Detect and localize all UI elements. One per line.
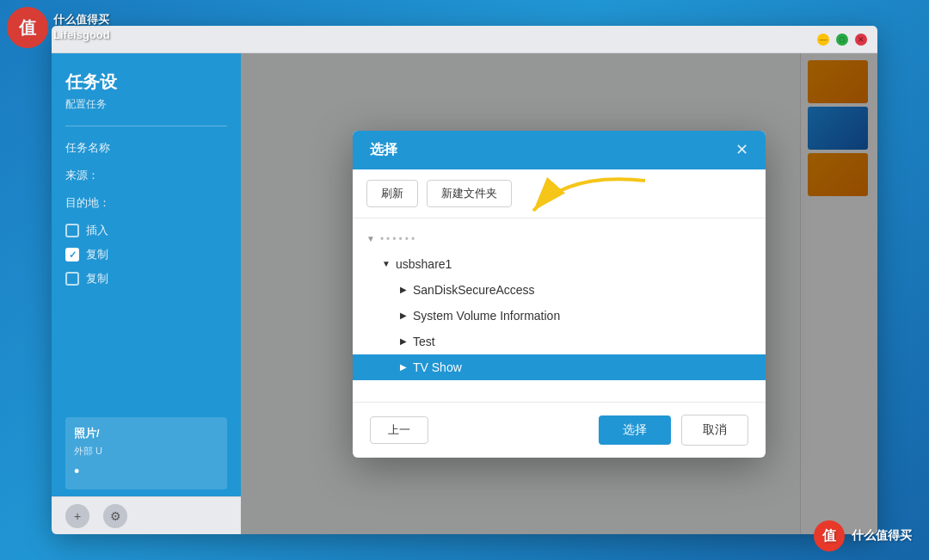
tree-root: ▼ •••••• [353,227,766,251]
sidebar-title: 任务设 [65,71,227,94]
photo-subtitle: 外部 U [74,445,218,458]
modal-overlay: 选择 ✕ 刷新 新建文件夹 ▼ •••••• [241,53,877,534]
tree-item-test[interactable]: ▶ Test [353,329,766,354]
checkbox-insert[interactable] [65,224,79,237]
checkbox-row-2: 复制 [65,247,227,262]
checkbox-row-3: 复制 [65,271,227,286]
app-window: — □ ✕ 任务设 配置任务 任务名称 来源： [52,26,877,534]
watermark-bottomright: 值 什么值得买 [814,520,912,551]
add-button[interactable]: + [65,504,89,528]
expand-arrow-sandisk: ▶ [397,284,409,296]
tree-item-sandisk[interactable]: ▶ SanDiskSecureAccess [353,277,766,303]
checkbox-copy2-label: 复制 [86,271,108,286]
checkbox-insert-label: 插入 [86,223,108,238]
expand-arrow-test: ▶ [397,335,409,348]
tree-item-tvshow[interactable]: ▶ TV Show [353,354,766,380]
expand-arrow-usbshare1: ▼ [380,258,392,270]
form-destination: 目的地： [65,195,227,211]
app-sidebar: 任务设 配置任务 任务名称 来源： 目的地： 插入 [52,53,241,534]
modal-close-button[interactable]: ✕ [735,142,748,157]
modal-title: 选择 [370,141,397,159]
destination-label: 目的地： [65,195,227,211]
file-tree: ▼ •••••• ▼ usbshare1 ▶ SanDiskSecureAcce… [353,218,766,402]
app-content: 任务设 配置任务 任务名称 来源： 目的地： 插入 [52,53,877,534]
checkbox-copy2[interactable] [65,272,79,286]
photo-dot: • [74,463,218,481]
form-source: 来源： [65,168,227,183]
tree-item-sysvolinfo[interactable]: ▶ System Volume Information [353,303,766,329]
watermark-text: 什么值得买 Lifeisgood [53,12,110,43]
watermark-icon: 值 [7,7,48,48]
checkbox-copy1-label: 复制 [86,247,108,262]
root-label: •••••• [380,233,417,245]
maximize-button[interactable]: □ [836,34,848,46]
usbshare1-label: usbshare1 [396,257,752,271]
task-name-label: 任务名称 [65,140,227,156]
source-label: 来源： [65,168,227,183]
cancel-button[interactable]: 取消 [681,415,748,446]
sidebar-form: 任务名称 来源： 目的地： 插入 复制 复制 [52,126,241,410]
tvshow-label: TV Show [413,360,752,374]
titlebar-controls: — □ ✕ [817,34,867,46]
minimize-button[interactable]: — [817,34,829,46]
form-task-name: 任务名称 [65,140,227,156]
expand-arrow-tvshow: ▶ [397,361,409,373]
main-content: 选择 ✕ 刷新 新建文件夹 ▼ •••••• [241,53,877,534]
sidebar-header: 任务设 配置任务 [52,53,241,126]
expand-arrow-sysvolinfo: ▶ [397,310,409,322]
select-confirm-button[interactable]: 选择 [599,415,671,445]
close-window-button[interactable]: ✕ [855,34,867,46]
settings-button[interactable]: ⚙ [103,504,127,528]
tree-item-usbshare1[interactable]: ▼ usbshare1 [353,251,766,277]
collapse-root-arrow: ▼ [366,234,375,243]
modal-header: 选择 ✕ [353,131,766,169]
modal-dialog: 选择 ✕ 刷新 新建文件夹 ▼ •••••• [353,131,766,458]
test-label: Test [413,335,752,348]
sandisk-label: SanDiskSecureAccess [413,283,752,297]
checkbox-copy1[interactable] [65,248,79,262]
modal-footer: 上一 选择 取消 [353,402,766,458]
sysvolinfo-label: System Volume Information [413,309,752,323]
app-bottombar: + ⚙ [52,496,241,534]
watermark-bottom-icon: 值 [814,520,845,551]
modal-toolbar: 刷新 新建文件夹 [353,169,766,218]
refresh-button[interactable]: 刷新 [366,180,418,207]
sidebar-subtitle: 配置任务 [65,97,227,112]
app-titlebar: — □ ✕ [52,26,877,53]
photo-title: 照片/ [74,426,218,441]
new-folder-button[interactable]: 新建文件夹 [427,180,512,207]
prev-button[interactable]: 上一 [370,416,428,444]
watermark-topleft: 值 什么值得买 Lifeisgood [7,7,110,48]
checkbox-row-1: 插入 [65,223,227,238]
photo-section: 照片/ 外部 U • [65,417,227,489]
